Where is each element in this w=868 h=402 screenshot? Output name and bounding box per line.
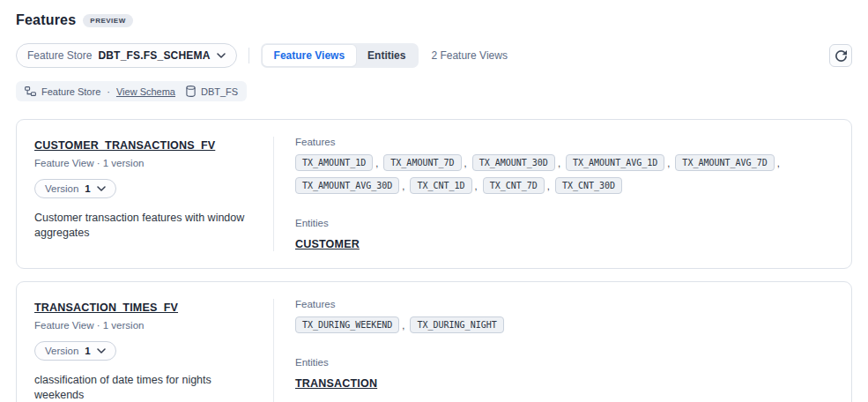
chip-separator: , bbox=[402, 181, 404, 191]
chip-separator: , bbox=[402, 320, 404, 331]
chip-separator: , bbox=[375, 158, 378, 168]
version-select[interactable]: Version 1 bbox=[34, 341, 116, 361]
feature-chip: TX_DURING_WEEKEND bbox=[295, 316, 399, 333]
entities-section-label: Entities bbox=[295, 218, 830, 228]
refresh-icon bbox=[835, 50, 847, 62]
feature-store-value: DBT_FS.FS_SCHEMA bbox=[98, 49, 210, 62]
page-title: Features bbox=[16, 12, 76, 28]
feature-chip: TX_AMOUNT_AVG_1D bbox=[566, 154, 664, 171]
view-schema-link[interactable]: View Schema bbox=[116, 86, 175, 97]
chip-separator: , bbox=[558, 158, 560, 168]
preview-badge: PREVIEW bbox=[83, 14, 132, 27]
card-detail-column: Features TX_AMOUNT_1D,TX_AMOUNT_7D,TX_AM… bbox=[274, 137, 851, 251]
chevron-down-icon bbox=[97, 348, 106, 354]
features-section-label: Features bbox=[295, 299, 830, 309]
feature-view-description: Customer transaction features with windo… bbox=[34, 211, 256, 241]
feature-chip: TX_AMOUNT_AVG_7D bbox=[675, 154, 774, 171]
features-page: Features PREVIEW Feature Store DBT_FS.FS… bbox=[0, 0, 868, 402]
feature-chip: TX_CNT_1D bbox=[410, 177, 471, 194]
features-section-label: Features bbox=[295, 137, 830, 147]
feature-view-title-link[interactable]: CUSTOMER_TRANSACTIONS_FV bbox=[34, 139, 215, 152]
feature-chip: TX_AMOUNT_AVG_30D bbox=[295, 177, 399, 194]
breadcrumb-store-label: Feature Store bbox=[41, 86, 100, 97]
feature-chip: TX_CNT_7D bbox=[483, 177, 545, 194]
tab-entities[interactable]: Entities bbox=[356, 45, 417, 66]
feature-chip: TX_AMOUNT_7D bbox=[383, 154, 461, 171]
view-tabs: Feature ViewsEntities bbox=[261, 43, 419, 68]
chip-separator: , bbox=[667, 158, 670, 168]
feature-views-count: 2 Feature Views bbox=[431, 49, 508, 62]
chip-separator: , bbox=[547, 181, 550, 191]
feature-view-card: CUSTOMER_TRANSACTIONS_FV Feature View · … bbox=[16, 119, 852, 269]
feature-view-card: TRANSACTION_TIMES_FV Feature View · 1 ve… bbox=[16, 281, 852, 402]
entity-link[interactable]: CUSTOMER bbox=[295, 238, 360, 250]
entity-link[interactable]: TRANSACTION bbox=[295, 377, 377, 390]
card-summary-column: CUSTOMER_TRANSACTIONS_FV Feature View · … bbox=[17, 137, 274, 251]
chevron-down-icon bbox=[97, 186, 106, 191]
feature-view-meta: Feature View · 1 version bbox=[34, 320, 256, 331]
toolbar: Feature Store DBT_FS.FS_SCHEMA Feature V… bbox=[16, 43, 852, 68]
feature-view-cards: CUSTOMER_TRANSACTIONS_FV Feature View · … bbox=[16, 119, 852, 402]
entities-section-label: Entities bbox=[295, 357, 830, 368]
chip-separator: , bbox=[475, 181, 478, 191]
version-value: 1 bbox=[85, 346, 90, 356]
version-label: Version bbox=[45, 183, 78, 194]
card-summary-column: TRANSACTION_TIMES_FV Feature View · 1 ve… bbox=[17, 299, 274, 402]
refresh-button[interactable] bbox=[829, 44, 852, 67]
version-label: Version bbox=[45, 346, 78, 356]
chip-separator: , bbox=[464, 158, 467, 168]
feature-view-description: classification of date times for nights … bbox=[34, 373, 256, 402]
schema-icon bbox=[25, 86, 36, 96]
feature-store-label: Feature Store bbox=[27, 49, 92, 62]
card-detail-column: Features TX_DURING_WEEKEND,TX_DURING_NIG… bbox=[274, 299, 851, 402]
database-icon bbox=[186, 86, 196, 97]
chip-separator: , bbox=[777, 158, 780, 168]
breadcrumb-separator: · bbox=[107, 86, 110, 97]
entities-list: CUSTOMER bbox=[295, 235, 830, 251]
version-select[interactable]: Version 1 bbox=[34, 179, 116, 198]
entities-list: TRANSACTION bbox=[295, 375, 830, 391]
feature-view-title-link[interactable]: TRANSACTION_TIMES_FV bbox=[34, 302, 178, 314]
feature-store-select[interactable]: Feature Store DBT_FS.FS_SCHEMA bbox=[16, 43, 237, 68]
title-row: Features PREVIEW bbox=[16, 12, 852, 28]
tab-feature-views[interactable]: Feature Views bbox=[263, 45, 356, 66]
feature-view-meta: Feature View · 1 version bbox=[34, 158, 256, 168]
breadcrumb-row: Feature Store · View Schema DBT_FS bbox=[16, 81, 852, 101]
version-value: 1 bbox=[85, 183, 90, 194]
breadcrumb: Feature Store · View Schema DBT_FS bbox=[16, 81, 247, 101]
breadcrumb-database-name: DBT_FS bbox=[201, 86, 238, 97]
feature-chip: TX_AMOUNT_1D bbox=[295, 154, 373, 171]
toolbar-divider bbox=[249, 48, 249, 63]
chevron-down-icon bbox=[217, 53, 226, 58]
feature-chip: TX_CNT_30D bbox=[555, 177, 622, 194]
feature-chip: TX_DURING_NIGHT bbox=[410, 316, 503, 333]
feature-chip: TX_AMOUNT_30D bbox=[472, 154, 555, 171]
features-chip-list: TX_AMOUNT_1D,TX_AMOUNT_7D,TX_AMOUNT_30D,… bbox=[295, 154, 830, 194]
features-chip-list: TX_DURING_WEEKEND,TX_DURING_NIGHT bbox=[295, 316, 830, 333]
